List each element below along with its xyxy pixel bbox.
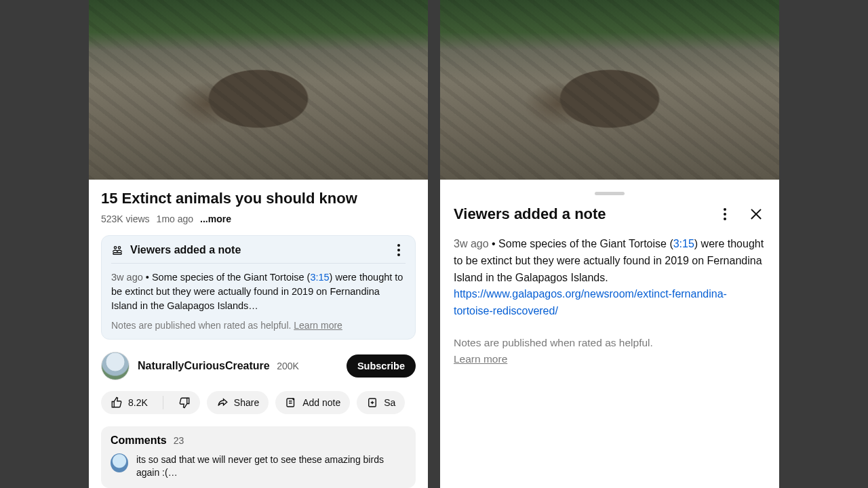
like-dislike-pill: 8.2K: [101, 391, 200, 414]
add-note-icon: [285, 396, 297, 409]
channel-avatar[interactable]: [101, 352, 130, 380]
save-button[interactable]: Sa: [357, 391, 405, 414]
commenter-avatar: [111, 453, 128, 472]
sheet-menu-button[interactable]: [718, 208, 732, 220]
svg-rect-2: [113, 252, 121, 254]
close-button[interactable]: [747, 205, 766, 224]
comments-label: Comments: [111, 434, 167, 447]
video-views: 523K views: [101, 214, 150, 224]
subscribe-button[interactable]: Subscribe: [347, 354, 416, 378]
note-learn-more[interactable]: Learn more: [294, 320, 342, 331]
video-more[interactable]: ...more: [200, 214, 231, 224]
community-note-icon: [111, 244, 123, 256]
comments-count: 23: [174, 435, 184, 446]
sheet-source-link[interactable]: https://www.galapagos.org/newsroom/extin…: [454, 288, 727, 317]
add-note-button[interactable]: Add note: [275, 391, 350, 414]
viewer-note-card[interactable]: Viewers added a note 3w ago • Some speci…: [101, 235, 416, 340]
comments-section[interactable]: Comments 23 its so sad that we will neve…: [101, 426, 416, 488]
note-footer-text: Notes are published when rated as helpfu…: [111, 320, 291, 331]
svg-point-1: [118, 246, 120, 248]
note-text-pre: Some species of the Giant Tortoise (: [152, 272, 310, 283]
note-timestamp[interactable]: 3:15: [310, 272, 329, 283]
share-label: Share: [234, 397, 259, 408]
phone-left: 15 Extinct animals you should know 523K …: [89, 0, 428, 488]
share-icon: [216, 396, 229, 409]
top-comment-text: its so sad that we will never get to see…: [136, 453, 406, 480]
phone-right: Viewers added a note 3w ago • Some speci…: [440, 0, 779, 488]
svg-point-0: [114, 246, 116, 248]
svg-rect-3: [287, 399, 294, 407]
sheet-note-age: 3w ago: [454, 238, 489, 249]
channel-name-wrap[interactable]: NaturallyCuriousCreature 200K: [138, 360, 299, 372]
note-bottom-sheet: Viewers added a note 3w ago • Some speci…: [440, 180, 779, 488]
thumbs-up-icon: [111, 396, 123, 409]
channel-name: NaturallyCuriousCreature: [138, 360, 270, 371]
channel-row: NaturallyCuriousCreature 200K Subscribe: [101, 352, 416, 380]
sheet-text-pre: Some species of the Giant Tortoise (: [498, 238, 673, 249]
video-meta: 523K views 1mo ago ...more: [101, 214, 416, 224]
viewer-note-heading: Viewers added a note: [130, 244, 385, 256]
video-thumbnail[interactable]: [89, 0, 428, 180]
channel-subs: 200K: [277, 361, 299, 371]
note-menu-button[interactable]: [392, 244, 406, 256]
share-button[interactable]: Share: [207, 391, 269, 414]
save-label: Sa: [384, 397, 395, 408]
sheet-grabber[interactable]: [595, 192, 625, 195]
save-icon: [366, 396, 378, 409]
note-age: 3w ago: [111, 272, 143, 283]
sheet-body: 3w ago • Some species of the Giant Torto…: [454, 236, 766, 320]
add-note-label: Add note: [302, 397, 340, 408]
video-age: 1mo ago: [157, 214, 193, 224]
like-button[interactable]: 8.2K: [101, 391, 157, 414]
viewer-note-body: 3w ago • Some species of the Giant Torto…: [111, 270, 406, 313]
sheet-footer-text: Notes are published when rated as helpfu…: [454, 337, 653, 348]
sheet-title: Viewers added a note: [454, 205, 711, 223]
sheet-footer: Notes are published when rated as helpfu…: [454, 335, 766, 367]
video-thumbnail[interactable]: [440, 0, 779, 180]
sheet-timestamp[interactable]: 3:15: [673, 238, 694, 249]
sheet-learn-more[interactable]: Learn more: [454, 351, 507, 367]
video-title[interactable]: 15 Extinct animals you should know: [101, 189, 416, 208]
like-count: 8.2K: [128, 397, 148, 408]
note-footer: Notes are published when rated as helpfu…: [111, 320, 406, 331]
dislike-button[interactable]: [169, 391, 200, 414]
action-row: 8.2K Share: [101, 391, 416, 414]
thumbs-down-icon: [178, 396, 191, 409]
